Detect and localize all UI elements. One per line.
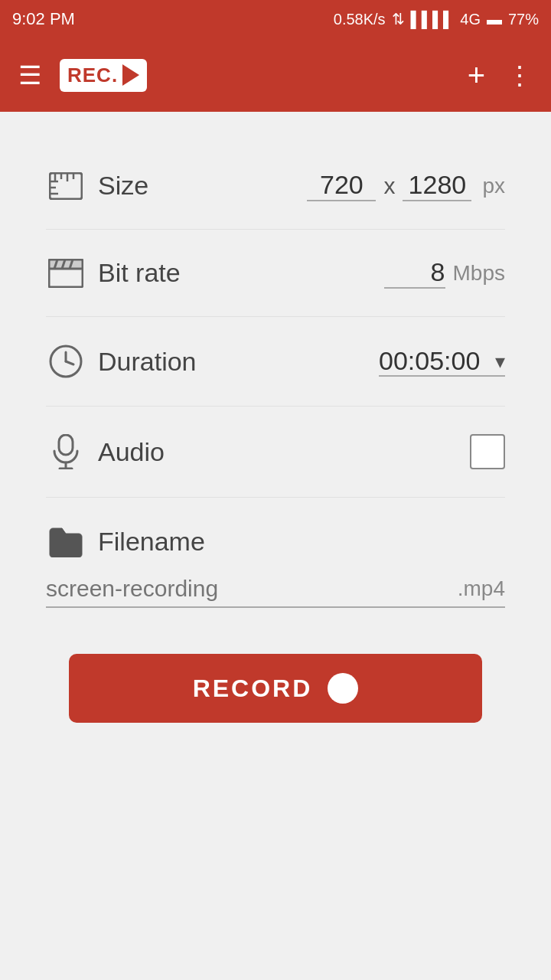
bitrate-unit: Mbps [453,261,505,286]
svg-rect-16 [59,435,73,455]
duration-wrapper: 00:01:00 00:02:00 00:03:00 00:05:00 00:1… [379,346,505,377]
app-bar-left: ☰ REC. [18,59,147,92]
audio-label: Audio [98,437,470,467]
battery-icon: ▬ [487,11,502,28]
record-button-label: RECORD [193,675,313,703]
size-width-input[interactable] [307,170,376,201]
app-bar: ☰ REC. + ⋮ [0,38,551,112]
duration-label: Duration [98,347,379,377]
overflow-menu-button[interactable]: ⋮ [507,60,533,90]
duration-control: 00:01:00 00:02:00 00:03:00 00:05:00 00:1… [379,346,505,377]
logo-play-icon [122,64,139,86]
network-type: 4G [460,11,481,28]
status-icons: 0.58K/s ⇅ ▌▌▌▌ 4G ▬ 77% [334,10,539,28]
audio-icon [46,434,86,469]
app-logo: REC. [60,59,147,92]
filename-label: Filename [98,527,205,557]
bitrate-control: Mbps [384,257,505,289]
filename-header: Filename [46,525,505,557]
size-control: x px [307,170,505,201]
transfer-icon: ⇅ [392,10,405,28]
size-height-input[interactable] [403,170,471,201]
bitrate-input[interactable] [384,257,445,289]
menu-button[interactable]: ☰ [18,60,41,90]
app-bar-right: + ⋮ [468,58,533,93]
battery-level: 77% [508,11,539,28]
size-separator: x [383,173,395,199]
audio-checkbox[interactable] [470,434,505,469]
status-bar: 9:02 PM 0.58K/s ⇅ ▌▌▌▌ 4G ▬ 77% [0,0,551,38]
filename-extension: .mp4 [458,577,505,601]
settings-content: Size x px Bit rate Mbps [0,112,551,753]
add-button[interactable]: + [468,58,485,93]
network-speed: 0.58K/s [334,11,386,28]
size-setting-row: Size x px [46,142,505,230]
size-icon [46,172,86,200]
status-time: 9:02 PM [12,9,75,29]
time-display: 9:02 PM [12,9,75,29]
signal-icon: ▌▌▌▌ [411,11,455,28]
record-button-container: RECORD [46,608,505,753]
record-circle-icon [328,673,358,704]
duration-select[interactable]: 00:01:00 00:02:00 00:03:00 00:05:00 00:1… [379,346,505,377]
filename-icon [46,525,86,557]
filename-input[interactable] [46,576,452,602]
duration-setting-row: Duration 00:01:00 00:02:00 00:03:00 00:0… [46,317,505,407]
svg-line-15 [66,361,73,364]
size-unit: px [482,174,505,198]
filename-section: Filename .mp4 [46,498,505,608]
bitrate-label: Bit rate [98,258,384,288]
logo-text: REC. [67,64,118,87]
record-button[interactable]: RECORD [69,654,482,723]
filename-row: .mp4 [46,576,505,608]
audio-control [470,434,505,469]
bitrate-setting-row: Bit rate Mbps [46,230,505,317]
size-label: Size [98,171,307,201]
bitrate-icon [46,259,86,288]
audio-setting-row: Audio [46,407,505,498]
duration-icon [46,345,86,378]
